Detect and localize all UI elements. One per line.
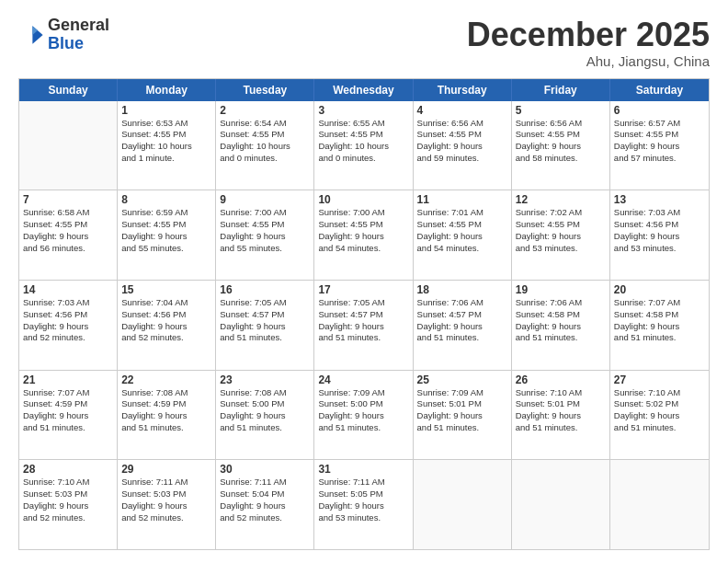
cell-info: Sunrise: 7:06 AMSunset: 4:58 PMDaylight:… [516, 297, 606, 344]
cell-info: Sunrise: 7:10 AMSunset: 5:03 PMDaylight:… [23, 477, 113, 523]
calendar-cell: 11Sunrise: 7:01 AMSunset: 4:55 PMDayligh… [414, 190, 512, 280]
day-of-week-thursday: Thursday [414, 79, 512, 101]
day-number: 29 [121, 463, 211, 476]
cell-info: Sunrise: 7:00 AMSunset: 4:55 PMDaylight:… [220, 207, 310, 254]
calendar-row-2: 14Sunrise: 7:03 AMSunset: 4:56 PMDayligh… [19, 281, 709, 371]
calendar: SundayMondayTuesdayWednesdayThursdayFrid… [18, 78, 710, 550]
calendar-cell: 7Sunrise: 6:58 AMSunset: 4:55 PMDaylight… [19, 190, 118, 280]
title-block: December 2025 Ahu, Jiangsu, China [467, 17, 710, 69]
cell-info: Sunrise: 7:11 AMSunset: 5:03 PMDaylight:… [121, 477, 211, 523]
cell-info: Sunrise: 7:08 AMSunset: 4:59 PMDaylight:… [121, 387, 211, 434]
calendar-cell: 14Sunrise: 7:03 AMSunset: 4:56 PMDayligh… [19, 281, 118, 370]
page: General Blue December 2025 Ahu, Jiangsu,… [0, 0, 728, 563]
day-number: 21 [23, 373, 113, 386]
calendar-cell: 5Sunrise: 6:56 AMSunset: 4:55 PMDaylight… [512, 101, 610, 190]
day-number: 22 [121, 373, 211, 386]
cell-info: Sunrise: 6:56 AMSunset: 4:55 PMDaylight:… [417, 118, 507, 165]
cell-info: Sunrise: 7:03 AMSunset: 4:56 PMDaylight:… [23, 297, 113, 344]
logo-general: General [48, 16, 109, 34]
cell-info: Sunrise: 7:09 AMSunset: 5:01 PMDaylight:… [417, 387, 507, 434]
day-of-week-friday: Friday [512, 79, 610, 101]
day-of-week-wednesday: Wednesday [314, 79, 413, 101]
calendar-cell: 13Sunrise: 7:03 AMSunset: 4:56 PMDayligh… [610, 190, 709, 280]
cell-info: Sunrise: 7:09 AMSunset: 5:00 PMDaylight:… [318, 387, 408, 434]
main-title: December 2025 [467, 17, 710, 53]
calendar-cell: 27Sunrise: 7:10 AMSunset: 5:02 PMDayligh… [610, 371, 709, 460]
calendar-cell [610, 460, 709, 549]
cell-info: Sunrise: 6:56 AMSunset: 4:55 PMDaylight:… [516, 118, 606, 165]
calendar-row-1: 7Sunrise: 6:58 AMSunset: 4:55 PMDaylight… [19, 190, 709, 281]
day-number: 7 [23, 193, 113, 206]
cell-info: Sunrise: 7:03 AMSunset: 4:56 PMDaylight:… [614, 207, 705, 254]
calendar-cell: 12Sunrise: 7:02 AMSunset: 4:55 PMDayligh… [512, 190, 610, 280]
calendar-cell: 9Sunrise: 7:00 AMSunset: 4:55 PMDaylight… [216, 190, 314, 280]
calendar-cell: 17Sunrise: 7:05 AMSunset: 4:57 PMDayligh… [314, 281, 413, 370]
calendar-cell: 23Sunrise: 7:08 AMSunset: 5:00 PMDayligh… [216, 371, 314, 460]
calendar-cell: 16Sunrise: 7:05 AMSunset: 4:57 PMDayligh… [216, 281, 314, 370]
calendar-cell [414, 460, 512, 549]
cell-info: Sunrise: 7:02 AMSunset: 4:55 PMDaylight:… [516, 207, 606, 254]
cell-info: Sunrise: 7:10 AMSunset: 5:01 PMDaylight:… [516, 387, 606, 434]
cell-info: Sunrise: 6:53 AMSunset: 4:55 PMDaylight:… [121, 118, 211, 165]
cell-info: Sunrise: 7:06 AMSunset: 4:57 PMDaylight:… [417, 297, 507, 344]
calendar-cell: 4Sunrise: 6:56 AMSunset: 4:55 PMDaylight… [414, 101, 512, 190]
day-number: 8 [121, 193, 211, 206]
day-number: 26 [516, 373, 606, 386]
calendar-cell: 26Sunrise: 7:10 AMSunset: 5:01 PMDayligh… [512, 371, 610, 460]
calendar-cell: 25Sunrise: 7:09 AMSunset: 5:01 PMDayligh… [414, 371, 512, 460]
calendar-cell [19, 101, 118, 190]
day-of-week-monday: Monday [118, 79, 216, 101]
calendar-cell: 1Sunrise: 6:53 AMSunset: 4:55 PMDaylight… [118, 101, 216, 190]
calendar-cell: 18Sunrise: 7:06 AMSunset: 4:57 PMDayligh… [414, 281, 512, 370]
cell-info: Sunrise: 7:05 AMSunset: 4:57 PMDaylight:… [318, 297, 408, 344]
day-number: 19 [516, 283, 606, 296]
calendar-cell: 22Sunrise: 7:08 AMSunset: 4:59 PMDayligh… [118, 371, 216, 460]
day-of-week-saturday: Saturday [610, 79, 709, 101]
cell-info: Sunrise: 7:11 AMSunset: 5:04 PMDaylight:… [220, 477, 310, 523]
calendar-cell [512, 460, 610, 549]
calendar-cell: 29Sunrise: 7:11 AMSunset: 5:03 PMDayligh… [118, 460, 216, 549]
logo-blue: Blue [48, 34, 84, 52]
logo-icon [18, 22, 44, 48]
calendar-cell: 30Sunrise: 7:11 AMSunset: 5:04 PMDayligh… [216, 460, 314, 549]
calendar-cell: 31Sunrise: 7:11 AMSunset: 5:05 PMDayligh… [314, 460, 413, 549]
day-number: 10 [318, 193, 408, 206]
cell-info: Sunrise: 7:07 AMSunset: 4:58 PMDaylight:… [614, 297, 705, 344]
calendar-header: SundayMondayTuesdayWednesdayThursdayFrid… [19, 79, 709, 101]
day-number: 20 [614, 283, 705, 296]
day-number: 12 [516, 193, 606, 206]
day-number: 31 [318, 463, 408, 476]
calendar-cell: 20Sunrise: 7:07 AMSunset: 4:58 PMDayligh… [610, 281, 709, 370]
day-of-week-sunday: Sunday [19, 79, 118, 101]
header: General Blue December 2025 Ahu, Jiangsu,… [18, 17, 710, 69]
cell-info: Sunrise: 7:00 AMSunset: 4:55 PMDaylight:… [318, 207, 408, 254]
cell-info: Sunrise: 7:07 AMSunset: 4:59 PMDaylight:… [23, 387, 113, 434]
day-number: 9 [220, 193, 310, 206]
day-number: 5 [516, 104, 606, 117]
calendar-cell: 3Sunrise: 6:55 AMSunset: 4:55 PMDaylight… [314, 101, 413, 190]
calendar-cell: 8Sunrise: 6:59 AMSunset: 4:55 PMDaylight… [118, 190, 216, 280]
sub-title: Ahu, Jiangsu, China [467, 53, 710, 69]
calendar-cell: 15Sunrise: 7:04 AMSunset: 4:56 PMDayligh… [118, 281, 216, 370]
calendar-row-3: 21Sunrise: 7:07 AMSunset: 4:59 PMDayligh… [19, 371, 709, 461]
cell-info: Sunrise: 6:57 AMSunset: 4:55 PMDaylight:… [614, 118, 705, 165]
cell-info: Sunrise: 6:54 AMSunset: 4:55 PMDaylight:… [220, 118, 310, 165]
day-number: 25 [417, 373, 507, 386]
cell-info: Sunrise: 7:08 AMSunset: 5:00 PMDaylight:… [220, 387, 310, 434]
calendar-cell: 19Sunrise: 7:06 AMSunset: 4:58 PMDayligh… [512, 281, 610, 370]
calendar-cell: 21Sunrise: 7:07 AMSunset: 4:59 PMDayligh… [19, 371, 118, 460]
calendar-row-0: 1Sunrise: 6:53 AMSunset: 4:55 PMDaylight… [19, 101, 709, 191]
calendar-body: 1Sunrise: 6:53 AMSunset: 4:55 PMDaylight… [19, 101, 709, 549]
day-number: 2 [220, 104, 310, 117]
day-number: 16 [220, 283, 310, 296]
day-number: 13 [614, 193, 705, 206]
day-number: 18 [417, 283, 507, 296]
calendar-cell: 28Sunrise: 7:10 AMSunset: 5:03 PMDayligh… [19, 460, 118, 549]
cell-info: Sunrise: 6:58 AMSunset: 4:55 PMDaylight:… [23, 207, 113, 254]
day-of-week-tuesday: Tuesday [216, 79, 314, 101]
cell-info: Sunrise: 7:01 AMSunset: 4:55 PMDaylight:… [417, 207, 507, 254]
calendar-cell: 6Sunrise: 6:57 AMSunset: 4:55 PMDaylight… [610, 101, 709, 190]
logo: General Blue [18, 17, 109, 53]
cell-info: Sunrise: 7:05 AMSunset: 4:57 PMDaylight:… [220, 297, 310, 344]
cell-info: Sunrise: 6:59 AMSunset: 4:55 PMDaylight:… [121, 207, 211, 254]
